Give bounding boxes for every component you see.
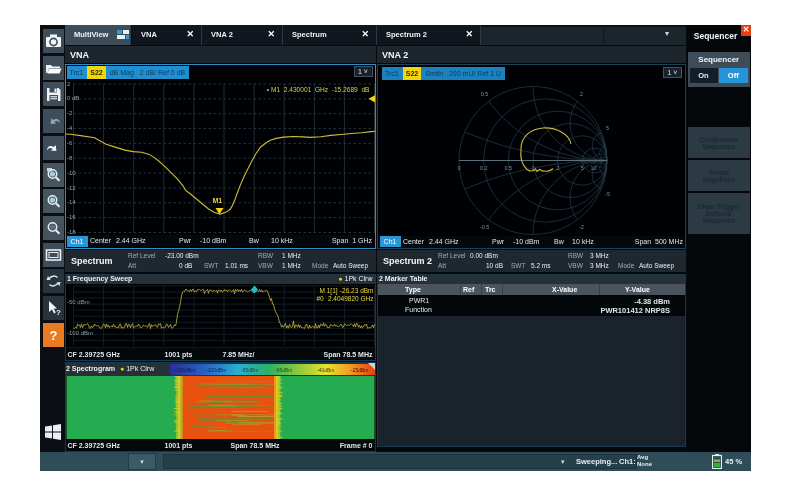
svg-text:-2: -2	[579, 224, 584, 230]
svg-text:-0.5: -0.5	[480, 224, 489, 230]
svg-text:1: 1	[531, 165, 534, 171]
svg-text:10: 10	[590, 165, 596, 171]
svg-text:?: ?	[50, 328, 58, 343]
svg-text:5: 5	[581, 165, 584, 171]
svg-text:0.2: 0.2	[480, 165, 488, 171]
svg-text:0.5: 0.5	[504, 165, 512, 171]
svg-text:2: 2	[556, 165, 559, 171]
svg-text:0.5: 0.5	[481, 91, 489, 97]
svg-text:-5: -5	[605, 191, 610, 197]
svg-text:5: 5	[606, 125, 609, 131]
svg-text:?: ?	[56, 308, 61, 317]
svg-text:0: 0	[457, 165, 460, 171]
svg-text:2: 2	[580, 91, 583, 97]
